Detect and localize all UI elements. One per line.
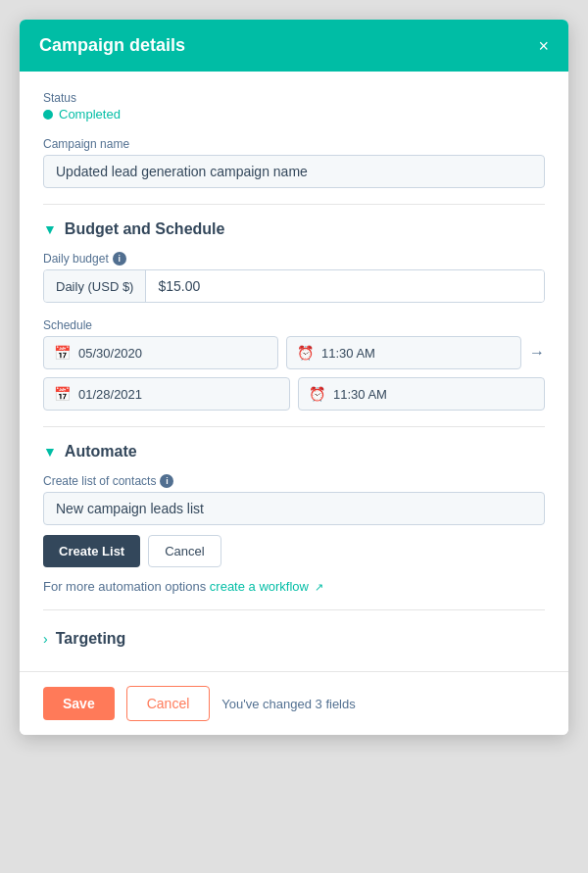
automate-chevron-icon: ▼ [43,444,57,460]
divider-2 [43,426,545,427]
start-date-value: 05/30/2020 [78,346,142,361]
automation-note: For more automation options create a wor… [43,579,545,594]
clock-icon-start: ⏰ [297,345,314,361]
modal-header: Campaign details × [20,20,568,72]
status-label: Status [43,91,545,105]
close-button[interactable]: × [538,37,549,55]
contacts-list-input[interactable] [43,492,545,525]
modal-body: Status Completed Campaign name ▼ Budget … [20,72,568,671]
campaign-name-label: Campaign name [43,137,545,151]
daily-budget-row: Daily (USD $) [43,269,545,303]
contacts-field-group: Create list of contacts i Create List Ca… [43,474,545,594]
modal-title: Campaign details [39,35,185,56]
schedule-row-1: 📅 05/30/2020 ⏰ 11:30 AM → [43,336,545,369]
divider-1 [43,204,545,205]
start-date-input[interactable]: 📅 05/30/2020 [43,336,278,369]
campaign-name-input[interactable] [43,155,545,188]
save-button[interactable]: Save [43,687,115,720]
create-workflow-link[interactable]: create a workflow [210,579,309,594]
start-time-value: 11:30 AM [321,346,375,361]
budget-currency-label: Daily (USD $) [44,270,146,302]
contacts-info-icon[interactable]: i [160,474,173,488]
external-link-icon: ↗ [315,581,323,593]
status-value: Completed [59,107,121,121]
contacts-label: Create list of contacts i [43,474,545,488]
schedule-field-group: Schedule 📅 05/30/2020 ⏰ 11:30 AM → 📅 01/… [43,318,545,411]
status-row: Completed [43,107,545,121]
targeting-section-title: Targeting [56,630,126,648]
changed-fields-text: You've changed 3 fields [221,697,355,711]
automate-section-header[interactable]: ▼ Automate [43,443,545,461]
budget-section-title: Budget and Schedule [65,220,225,238]
contacts-btn-row: Create List Cancel [43,535,545,567]
targeting-chevron-icon: › [43,631,48,647]
end-date-value: 01/28/2021 [78,387,142,402]
contacts-cancel-button[interactable]: Cancel [148,535,220,567]
budget-chevron-icon: ▼ [43,221,57,237]
end-time-input[interactable]: ⏰ 11:30 AM [298,377,545,411]
campaign-name-field-group: Campaign name [43,137,545,188]
automate-section-title: Automate [65,443,137,461]
status-dot-icon [43,110,53,120]
footer-cancel-button[interactable]: Cancel [126,686,211,721]
calendar-icon: 📅 [54,345,71,361]
daily-budget-info-icon[interactable]: i [113,252,126,266]
create-list-button[interactable]: Create List [43,535,140,567]
daily-budget-label: Daily budget i [43,252,545,266]
end-date-input[interactable]: 📅 01/28/2021 [43,377,290,411]
targeting-section-header[interactable]: › Targeting [43,626,545,652]
status-field-group: Status Completed [43,91,545,121]
divider-3 [43,609,545,610]
schedule-arrow-icon: → [529,344,545,362]
daily-budget-field-group: Daily budget i Daily (USD $) [43,252,545,303]
budget-section-header[interactable]: ▼ Budget and Schedule [43,220,545,238]
calendar-icon-end: 📅 [54,386,71,402]
clock-icon-end: ⏰ [309,386,325,402]
schedule-label: Schedule [43,318,545,332]
budget-amount-input[interactable] [146,270,544,302]
schedule-row-2: 📅 01/28/2021 ⏰ 11:30 AM [43,377,545,411]
modal-footer: Save Cancel You've changed 3 fields [20,671,568,735]
end-time-value: 11:30 AM [333,387,387,402]
start-time-input[interactable]: ⏰ 11:30 AM [286,336,521,369]
campaign-details-modal: Campaign details × Status Completed Camp… [20,20,568,735]
